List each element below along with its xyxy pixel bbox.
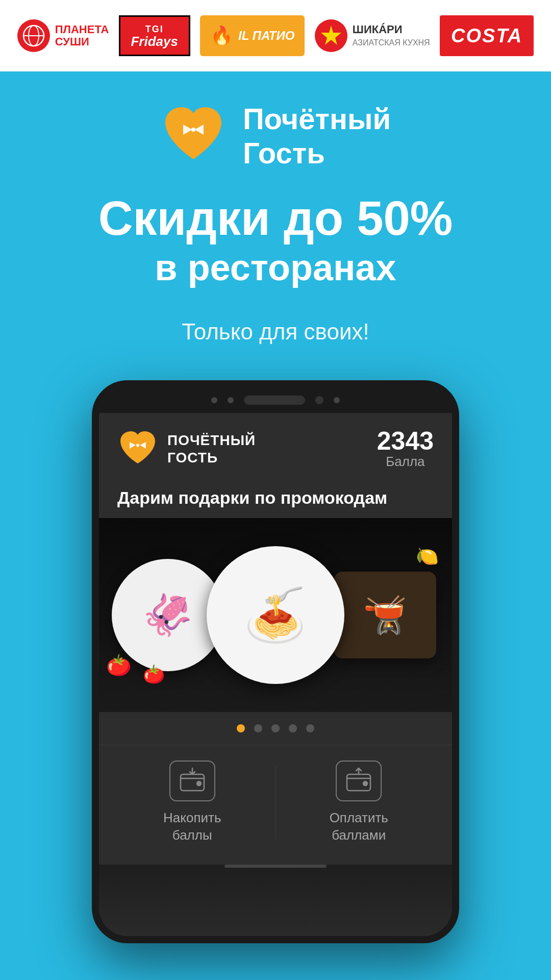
app-actions: Накопитьбаллы	[99, 745, 452, 865]
earn-icon	[179, 767, 206, 795]
earn-label: Накопитьбаллы	[163, 810, 221, 844]
svg-point-6	[191, 128, 195, 132]
brand-bar: ПЛАНЕТАСУШИ TGI Fridays 🔥 il ПАТИО ШИКÁР…	[0, 0, 551, 71]
hero-heart-icon	[160, 103, 227, 169]
svg-point-11	[197, 781, 201, 786]
carousel-dots	[99, 712, 452, 745]
pay-icon-box	[336, 761, 382, 801]
app-points-label: Балла	[377, 454, 434, 470]
hero-logo-row: Почётный Гость	[160, 102, 391, 170]
app-promo-title: Дарим подарки по промокодам	[99, 480, 452, 518]
earn-points-button[interactable]: Накопитьбаллы	[109, 761, 276, 844]
hero-discount: Скидки до 50%	[98, 194, 453, 242]
fridays-tgi-label: TGI	[145, 24, 164, 35]
phone-wrapper: ПОЧЁТНЫЙ ГОСТЬ 2343 Балла Дарим подарки …	[20, 370, 531, 943]
shikari-icon	[315, 19, 347, 52]
brand-patio[interactable]: 🔥 il ПАТИО	[200, 13, 305, 59]
svg-marker-3	[321, 26, 341, 45]
notch-camera	[315, 396, 323, 404]
app-points: 2343 Балла	[377, 428, 434, 470]
hero-subtitle: в ресторанах	[155, 247, 396, 288]
patio-flame-icon: 🔥	[210, 25, 233, 46]
notch-dot-1	[211, 397, 217, 403]
costa-label: COSTA	[451, 25, 522, 47]
fridays-box: TGI Fridays	[119, 15, 190, 56]
patio-box: 🔥 il ПАТИО	[200, 15, 305, 56]
planeta-label: ПЛАНЕТАСУШИ	[55, 23, 109, 48]
planeta-icon	[17, 19, 50, 52]
pay-label: Оплатитьбаллами	[330, 810, 388, 844]
hero-section: Почётный Гость Скидки до 50% в ресторана…	[0, 71, 551, 943]
hero-tagline: Только для своих!	[182, 319, 369, 345]
food-plate-2: 🍝	[198, 528, 353, 702]
hero-brand-name: Почётный Гость	[243, 102, 391, 170]
svg-point-9	[136, 444, 139, 447]
app-brand-name: ПОЧЁТНЫЙ ГОСТЬ	[167, 432, 256, 466]
brand-planeta[interactable]: ПЛАНЕТАСУШИ	[17, 13, 109, 59]
notch-dot-2	[228, 397, 234, 403]
app-screen: ПОЧЁТНЫЙ ГОСТЬ 2343 Балла Дарим подарки …	[99, 413, 452, 936]
dot-3[interactable]	[271, 724, 280, 732]
pay-icon	[345, 767, 372, 795]
app-header: ПОЧЁТНЫЙ ГОСТЬ 2343 Балла	[99, 413, 452, 480]
svg-point-13	[363, 781, 367, 786]
dot-1[interactable]	[237, 724, 245, 732]
fridays-main-label: Fridays	[131, 35, 178, 48]
brand-fridays[interactable]: TGI Fridays	[119, 13, 190, 59]
phone-mockup: ПОЧЁТНЫЙ ГОСТЬ 2343 Балла Дарим подарки …	[92, 380, 459, 943]
brand-costa[interactable]: COSTA	[440, 13, 534, 59]
notch-dot-3	[334, 397, 340, 403]
phone-notch	[99, 387, 452, 413]
patio-label: il ПАТИО	[238, 29, 294, 42]
app-heart-icon	[117, 429, 158, 470]
phone-bottom	[99, 865, 452, 936]
app-points-number: 2343	[377, 428, 434, 454]
earn-icon-box	[169, 761, 215, 801]
app-logo-row: ПОЧЁТНЫЙ ГОСТЬ	[117, 429, 256, 470]
notch-speaker	[244, 396, 305, 405]
pay-points-button[interactable]: Оплатитьбаллами	[276, 761, 442, 844]
food-image-area: 🦑 🍅 🍅 🍝 🫕	[99, 518, 452, 712]
dot-5[interactable]	[306, 724, 314, 732]
dot-2[interactable]	[254, 724, 262, 732]
costa-box: COSTA	[440, 15, 534, 56]
dot-4[interactable]	[289, 724, 297, 732]
brand-shikari[interactable]: ШИКÁРИазиатская кухня	[315, 13, 430, 59]
shikari-label: ШИКÁРИазиатская кухня	[353, 23, 430, 48]
